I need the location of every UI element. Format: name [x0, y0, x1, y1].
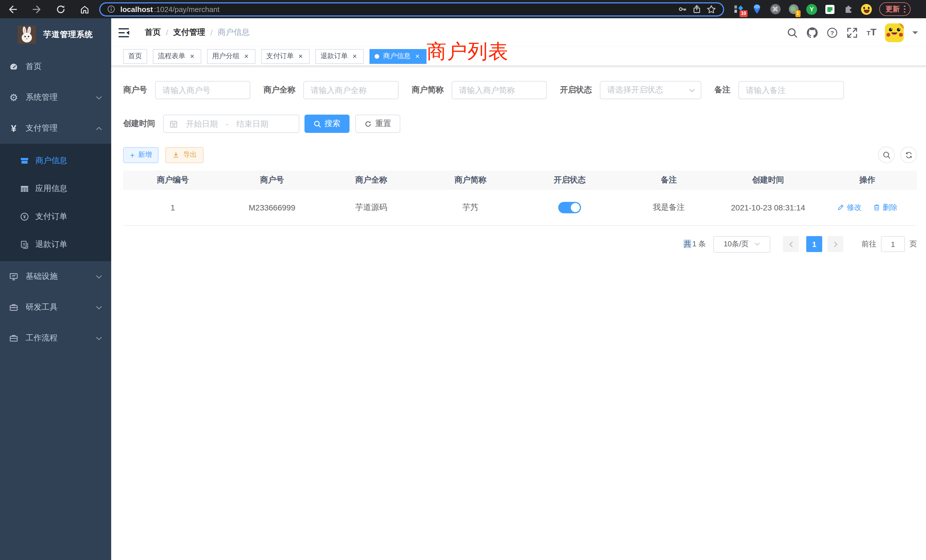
close-icon[interactable]: × — [297, 52, 304, 60]
goto-page-input[interactable] — [881, 236, 905, 252]
extension-badge: 1 — [795, 10, 800, 17]
delete-link[interactable]: 删除 — [873, 202, 897, 212]
cell-create-time: 2021-10-23 08:31:14 — [719, 190, 818, 225]
extension-notes-icon[interactable] — [825, 4, 835, 15]
bookmark-star-icon[interactable] — [707, 4, 716, 14]
refresh-table-icon[interactable] — [900, 147, 917, 163]
back-icon[interactable] — [8, 4, 18, 14]
search-button[interactable]: 搜索 — [304, 115, 350, 133]
font-size-icon[interactable]: TT — [867, 27, 876, 38]
date-range-picker[interactable]: - — [163, 115, 300, 133]
tab-pay-order[interactable]: 支付订单 × — [261, 49, 310, 64]
page-size-select[interactable]: 10条/页 — [713, 236, 770, 252]
field-label: 创建时间 — [123, 119, 155, 129]
browser-chrome: localhost:1024/pay/merchant 10 ⌘ 1 Y — [0, 0, 926, 18]
close-icon[interactable]: × — [413, 52, 421, 60]
export-button[interactable]: 导出 — [165, 147, 204, 163]
forward-icon[interactable] — [32, 4, 42, 14]
cell-index: 1 — [123, 190, 222, 225]
close-icon[interactable]: × — [242, 52, 250, 60]
extension-y-icon[interactable]: Y — [806, 4, 817, 15]
browser-update-button[interactable]: 更新 — [879, 2, 910, 16]
edit-link[interactable]: 修改 — [837, 202, 862, 212]
merchant-table: 商户编号 商户号 商户全称 商户简称 开启状态 备注 创建时间 操作 1 — [123, 171, 917, 226]
sidebar-item-dev-tools[interactable]: 研发工具 — [0, 292, 111, 323]
extension-command-icon[interactable]: ⌘ — [770, 4, 781, 15]
short-name-input[interactable] — [452, 81, 547, 99]
field-label: 商户全称 — [263, 85, 295, 95]
password-key-icon[interactable] — [678, 5, 687, 14]
url-host: localhost — [120, 5, 153, 14]
search-icon[interactable] — [787, 27, 798, 38]
sidebar-item-label: 基础设施 — [26, 271, 89, 282]
extension-blocks-icon[interactable]: 10 — [733, 4, 744, 15]
goto-unit: 页 — [909, 239, 917, 249]
page-info-icon[interactable] — [107, 5, 115, 13]
extension-pin-icon[interactable] — [752, 4, 763, 15]
sidebar-item-workflow[interactable]: 工作流程 — [0, 323, 111, 354]
tab-merchant-info[interactable]: 商户信息 × — [369, 49, 427, 64]
close-icon[interactable]: × — [188, 52, 196, 60]
sidebar-item-pay-order[interactable]: ¥ 支付订单 — [0, 203, 111, 230]
url-path: :1024/pay/merchant — [154, 5, 219, 14]
fullscreen-icon[interactable] — [847, 27, 858, 38]
home-icon[interactable] — [80, 4, 89, 14]
github-icon[interactable] — [807, 27, 818, 38]
share-icon[interactable] — [692, 5, 701, 14]
status-select[interactable]: 请选择开启状态 — [600, 81, 701, 99]
documents-icon — [20, 240, 30, 249]
remark-input[interactable] — [738, 81, 844, 99]
start-date-input[interactable] — [181, 119, 222, 128]
profile-emoji-icon[interactable] — [861, 4, 872, 15]
sidebar-item-system[interactable]: ⚙ 系统管理 — [0, 82, 111, 113]
col-full-name: 商户全称 — [322, 171, 421, 190]
extensions-puzzle-icon[interactable] — [843, 4, 853, 15]
filter-short-name: 商户简称 — [412, 81, 547, 99]
extension-recorder-icon[interactable]: 1 — [788, 4, 799, 15]
tab-refund-order[interactable]: 退款订单 × — [315, 49, 364, 64]
add-button[interactable]: + 新增 — [123, 147, 159, 163]
breadcrumb-separator: / — [166, 28, 168, 37]
sidebar-logo[interactable]: 芋道管理系统 — [0, 18, 111, 51]
sidebar-item-merchant-info[interactable]: 商户信息 — [0, 147, 111, 174]
browser-menu-icon[interactable] — [904, 6, 905, 13]
avatar-caret-icon[interactable] — [912, 31, 918, 37]
tab-process-form[interactable]: 流程表单 × — [153, 49, 201, 64]
user-avatar[interactable] — [885, 23, 904, 42]
sidebar-item-app-info[interactable]: 应用信息 — [0, 174, 111, 203]
sidebar-item-payment[interactable]: ¥ 支付管理 — [0, 113, 111, 144]
sidebar-item-infrastructure[interactable]: 基础设施 — [0, 261, 111, 292]
tab-home[interactable]: 首页 — [123, 49, 147, 64]
tab-user-group[interactable]: 用户分组 × — [207, 49, 256, 64]
filter-create-time: 创建时间 - — [123, 115, 300, 133]
status-toggle[interactable] — [558, 202, 581, 213]
merchant-no-input[interactable] — [155, 81, 250, 99]
monitor-icon — [9, 272, 19, 281]
breadcrumb-home[interactable]: 首页 — [145, 27, 161, 38]
sidebar-item-refund-order[interactable]: 退款订单 — [0, 230, 111, 258]
show-search-toggle-icon[interactable] — [878, 147, 895, 163]
help-icon[interactable]: ? — [827, 27, 838, 38]
breadcrumb-payment[interactable]: 支付管理 — [173, 27, 205, 38]
trash-icon — [873, 204, 881, 211]
reset-button[interactable]: 重置 — [355, 115, 400, 133]
y-letter: Y — [806, 4, 817, 15]
field-label: 商户号 — [123, 85, 147, 95]
url-bar[interactable]: localhost:1024/pay/merchant — [99, 2, 724, 16]
full-name-input[interactable] — [303, 81, 399, 99]
sidebar-item-label: 研发工具 — [26, 302, 89, 312]
reset-label: 重置 — [375, 119, 391, 129]
filter-row-1: 商户号 商户全称 商户简称 开启状态 请选择开启状态 — [123, 81, 917, 99]
extension-badge: 10 — [740, 10, 747, 17]
sidebar-collapse-icon[interactable] — [119, 28, 129, 37]
close-icon[interactable]: × — [351, 52, 359, 60]
chevron-up-icon — [96, 126, 102, 130]
prev-page-button[interactable] — [783, 236, 799, 252]
end-date-input[interactable] — [232, 119, 273, 128]
page-1-button[interactable]: 1 — [806, 236, 822, 252]
reload-icon[interactable] — [56, 4, 65, 14]
tags-view-bar: 首页 流程表单 × 用户分组 × 支付订单 × — [111, 47, 926, 66]
goto-label: 前往 — [862, 239, 876, 249]
sidebar-item-home[interactable]: 首页 — [0, 51, 111, 82]
next-page-button[interactable] — [828, 236, 843, 252]
